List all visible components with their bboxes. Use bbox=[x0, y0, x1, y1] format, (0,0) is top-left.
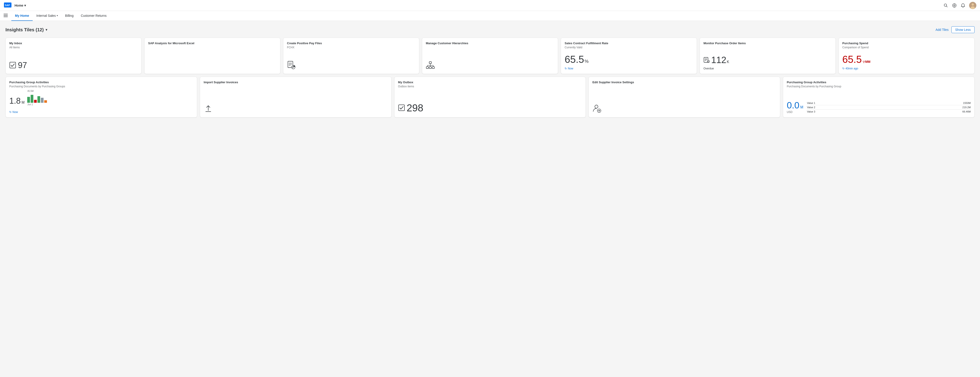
sap-logo[interactable]: SAP bbox=[4, 3, 12, 8]
tile-outbox-body: 298 bbox=[398, 90, 582, 114]
bar-6 bbox=[44, 100, 47, 103]
tile-row-2: Purchasing Group Activities Purchasing D… bbox=[5, 77, 975, 118]
avatar[interactable] bbox=[969, 2, 976, 9]
pga2-value-list: Value 1 1550M Value 2 219.2M Value 3 66.… bbox=[807, 101, 971, 114]
tile-purchasing-spend-body: 65.5 ▽ MM bbox=[842, 51, 971, 65]
section-chevron-icon[interactable]: ▾ bbox=[46, 28, 47, 32]
tile-manage-customer-hierarchies[interactable]: Manage Customer Hierarchies bbox=[422, 38, 558, 74]
bar-5 bbox=[41, 98, 43, 103]
nav-item-billing[interactable]: Billing bbox=[62, 11, 77, 21]
nav-bar: My Home Internal Sales ▾ Billing Custome… bbox=[0, 11, 980, 21]
svg-point-9 bbox=[972, 3, 974, 6]
pga2-value-row-3: Value 3 66.46M bbox=[807, 110, 971, 114]
section-header: Insights Tiles (12) ▾ Add Tiles Show Les… bbox=[5, 26, 975, 33]
purchasing-spend-number: 65.5 bbox=[842, 54, 862, 65]
tile-import-supplier-title: Import Supplier Invoices bbox=[204, 81, 388, 84]
svg-rect-26 bbox=[432, 67, 434, 68]
top-header: SAP Home ▾ bbox=[0, 0, 980, 11]
sales-contract-number: 65.5 bbox=[565, 54, 584, 65]
tile-monitor-purchase[interactable]: Monitor Purchase Order Items $ bbox=[700, 38, 836, 74]
tile-create-positive-pay[interactable]: Create Positive Pay Files FCHX $ + bbox=[283, 38, 419, 74]
tile-pga-title: Purchasing Group Activities bbox=[9, 81, 193, 84]
svg-rect-24 bbox=[426, 67, 428, 68]
tile-edit-supplier-body bbox=[592, 86, 776, 114]
tile-purchasing-group-activities[interactable]: Purchasing Group Activities Purchasing D… bbox=[5, 77, 197, 118]
upload-icon bbox=[204, 104, 213, 114]
tile-purchasing-spend-subtitle: Comparison of Spend bbox=[842, 46, 971, 49]
tile-purchasing-group-activities-2[interactable]: Purchasing Group Activities Purchasing D… bbox=[783, 77, 975, 118]
tile-positive-pay-body: $ + bbox=[287, 51, 415, 70]
pga-chart-max: 45.5M bbox=[27, 90, 193, 92]
svg-point-41 bbox=[595, 105, 598, 108]
show-less-button[interactable]: Show Less bbox=[951, 26, 975, 33]
section-title: Insights Tiles (12) ▾ bbox=[5, 27, 47, 32]
tile-import-supplier-invoices[interactable]: Import Supplier Invoices bbox=[200, 77, 391, 118]
tile-sales-contract[interactable]: Sales Contract Fulfillment Rate Currentl… bbox=[561, 38, 697, 74]
monitor-purchase-unit: K bbox=[727, 60, 729, 64]
tile-edit-supplier-invoice-settings[interactable]: Edit Supplier Invoice Settings bbox=[589, 77, 780, 118]
tile-my-inbox[interactable]: My Inbox All Items 97 bbox=[5, 38, 142, 74]
tile-sap-analysis-title: SAP Analysis for Microsoft Excel bbox=[148, 41, 277, 45]
svg-text:+: + bbox=[294, 66, 295, 67]
nav-item-my-home[interactable]: My Home bbox=[11, 11, 33, 21]
home-chevron: ▾ bbox=[24, 4, 26, 7]
top-header-right bbox=[943, 2, 976, 9]
home-label: Home bbox=[14, 4, 23, 7]
svg-point-10 bbox=[971, 6, 975, 9]
bar-2 bbox=[30, 95, 33, 103]
pga2-value-amount-1: 1550M bbox=[963, 102, 971, 104]
pga2-currency: USD bbox=[787, 110, 803, 114]
nav-item-customer-returns[interactable]: Customer Returns bbox=[77, 11, 110, 21]
tile-pga-subtitle: Purchasing Documents by Purchasing Group… bbox=[9, 85, 193, 88]
pga-chart-label: Jun 1 bbox=[27, 103, 193, 106]
tile-my-inbox-subtitle: All Items bbox=[9, 46, 138, 49]
tile-monitor-purchase-body: $ 112 K bbox=[703, 47, 832, 65]
tile-sales-contract-title: Sales Contract Fulfillment Rate bbox=[565, 41, 693, 45]
svg-text:SAP: SAP bbox=[5, 4, 10, 6]
tile-pga-footer: ↻ Now bbox=[9, 110, 193, 114]
hamburger-menu[interactable] bbox=[4, 13, 8, 18]
sales-contract-time: Now bbox=[568, 67, 573, 70]
pga2-value-label-1: Value 1 bbox=[807, 102, 815, 104]
tile-sap-analysis[interactable]: SAP Analysis for Microsoft Excel bbox=[144, 38, 280, 74]
tile-hierarchy-title: Manage Customer Hierarchies bbox=[426, 41, 554, 45]
tile-sales-contract-body: 65.5 % bbox=[565, 51, 693, 65]
tile-sales-contract-subtitle: Currently Valid bbox=[565, 46, 693, 49]
checkbox-icon bbox=[9, 62, 16, 69]
tile-edit-supplier-title: Edit Supplier Invoice Settings bbox=[592, 81, 776, 84]
pga-footer-time: Now bbox=[13, 110, 18, 114]
purchasing-spend-triangle: ▽ bbox=[863, 60, 865, 64]
pga2-value-label-3: Value 3 bbox=[807, 110, 815, 113]
pga-mini-chart bbox=[27, 93, 193, 103]
svg-text:$: $ bbox=[708, 60, 709, 63]
bar-3 bbox=[34, 100, 37, 103]
tile-my-inbox-title: My Inbox bbox=[9, 41, 138, 45]
pga-number: 1.8 bbox=[9, 96, 21, 106]
pga2-value-row-1: Value 1 1550M bbox=[807, 101, 971, 105]
bell-icon[interactable] bbox=[961, 3, 966, 8]
pga-unit: M bbox=[22, 100, 24, 105]
tile-hierarchy-body bbox=[426, 47, 554, 70]
tile-positive-pay-title: Create Positive Pay Files bbox=[287, 41, 415, 45]
sales-contract-unit: % bbox=[585, 59, 589, 64]
tile-sales-contract-footer: ↻ Now bbox=[565, 67, 693, 70]
barcode-icon[interactable] bbox=[952, 3, 957, 8]
svg-rect-23 bbox=[429, 62, 431, 64]
pga2-number: 0.0 bbox=[787, 100, 799, 110]
tile-outbox-title: My Outbox bbox=[398, 81, 582, 84]
svg-line-3 bbox=[947, 6, 948, 7]
search-icon[interactable] bbox=[943, 3, 948, 8]
home-nav[interactable]: Home ▾ bbox=[14, 4, 26, 7]
pga2-value-row-2: Value 2 219.2M bbox=[807, 105, 971, 110]
refresh-icon-pga: ↻ bbox=[9, 110, 11, 114]
purchasing-spend-unit: MM bbox=[865, 60, 870, 64]
tile-my-inbox-body: 97 bbox=[9, 51, 138, 70]
svg-point-4 bbox=[953, 4, 956, 7]
tile-outbox-subtitle: Outbox items bbox=[398, 85, 582, 88]
pga2-value-amount-2: 219.2M bbox=[962, 106, 971, 109]
pga2-value-amount-3: 66.46M bbox=[962, 110, 971, 113]
tile-purchasing-spend[interactable]: Purchasing Spend Comparison of Spend 65.… bbox=[838, 38, 975, 74]
nav-item-internal-sales[interactable]: Internal Sales ▾ bbox=[33, 11, 62, 21]
tile-my-outbox[interactable]: My Outbox Outbox items 298 bbox=[394, 77, 586, 118]
add-tiles-link[interactable]: Add Tiles bbox=[935, 28, 949, 32]
